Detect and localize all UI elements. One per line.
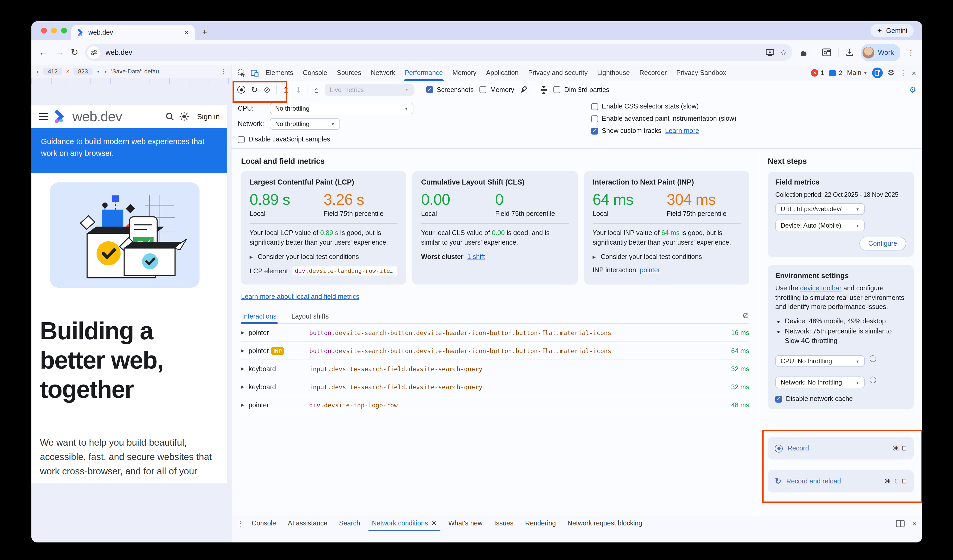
new-tab-button[interactable]: + <box>202 28 207 37</box>
profile-button[interactable]: Work <box>861 44 900 61</box>
save-profile-icon[interactable]: ↧ <box>295 86 302 94</box>
browser-tab[interactable]: web.dev ✕ <box>71 25 195 40</box>
advanced-paint-checkbox[interactable]: Enable advanced paint instrumentation (s… <box>591 115 916 122</box>
clear-icon[interactable]: ⊘ <box>264 86 270 94</box>
site-brand[interactable]: web.dev <box>72 108 122 125</box>
configure-button[interactable]: Configure <box>859 237 906 251</box>
minimize-window-button[interactable] <box>51 28 57 34</box>
drawer-tab-rendering[interactable]: Rendering <box>519 515 562 531</box>
promo-banner[interactable]: Guidance to build modern web experiences… <box>31 128 227 173</box>
cpu-throttling-select[interactable]: No throttling ▼ <box>270 103 413 114</box>
devtools-tab-network[interactable]: Network <box>366 65 400 81</box>
devtools-tab-application[interactable]: Application <box>481 65 523 81</box>
save-data-status[interactable]: 'Save-Data': defau <box>111 68 159 74</box>
metrics-learn-more-link[interactable]: Learn more about local and field metrics <box>241 293 359 300</box>
dim-3rd-parties-checkbox[interactable]: Dim 3rd parties <box>554 86 610 93</box>
collect-garbage-icon[interactable] <box>520 86 528 94</box>
interaction-row[interactable]: ▶ pointer div.devsite-top-logo-row 48 ms <box>241 396 749 414</box>
drawer-menu-icon[interactable]: ⋮ <box>237 519 244 527</box>
maximize-window-button[interactable] <box>61 28 67 34</box>
drawer-tab-issues[interactable]: Issues <box>488 515 519 531</box>
drawer-close-icon[interactable]: × <box>912 519 917 528</box>
drawer-tab-whats-new[interactable]: What's new <box>442 515 488 531</box>
disable-network-cache-checkbox[interactable]: ✓ Disable network cache <box>775 395 906 402</box>
bookmark-star-icon[interactable]: ☆ <box>780 48 787 57</box>
theme-toggle-icon[interactable] <box>179 112 189 121</box>
reload-button[interactable]: ↻ <box>71 47 79 58</box>
sign-in-button[interactable]: Sign in <box>197 112 220 121</box>
device-toolbar-toggle-icon[interactable] <box>248 69 261 77</box>
lcp-consider-expander[interactable]: ▶Consider your local test conditions <box>250 253 398 261</box>
interaction-row[interactable]: ▶ keyboard input.devsite-search-field.de… <box>241 360 749 378</box>
inp-consider-expander[interactable]: ▶Consider your local test conditions <box>593 253 741 261</box>
memory-checkbox[interactable]: Memory <box>480 86 514 93</box>
devtools-tab-recorder[interactable]: Recorder <box>635 65 672 81</box>
tab-layout-shifts[interactable]: Layout shifts <box>290 309 330 323</box>
throttle-select-caret-icon[interactable]: ▼ <box>104 70 107 73</box>
gemini-button[interactable]: ✦ Gemini <box>871 24 914 37</box>
side-panel-search-icon[interactable] <box>822 48 831 56</box>
device-select-caret-icon[interactable]: ▼ <box>36 70 39 73</box>
devtools-tab-lighthouse[interactable]: Lighthouse <box>593 65 635 81</box>
learn-more-link[interactable]: Learn more <box>665 127 699 135</box>
install-icon[interactable] <box>766 48 775 57</box>
device-mode-badge-icon[interactable] <box>872 68 883 78</box>
record-and-reload-button[interactable]: ↻ Record and reload ⌘ ⇧ E <box>768 470 914 492</box>
record-button[interactable]: Record ⌘ E <box>768 437 914 459</box>
load-profile-icon[interactable]: ↥ <box>282 86 289 94</box>
devtools-tab-sources[interactable]: Sources <box>332 65 366 81</box>
site-settings-icon[interactable] <box>87 46 100 59</box>
devtools-settings-icon[interactable]: ⚙ <box>888 68 895 77</box>
drawer-tab-search[interactable]: Search <box>333 515 366 531</box>
worst-cluster-link[interactable]: 1 shift <box>467 253 485 261</box>
downloads-icon[interactable] <box>846 48 854 57</box>
css-selector-stats-checkbox[interactable]: Enable CSS selector stats (slow) <box>591 103 916 110</box>
browser-menu-icon[interactable]: ⋮ <box>907 48 915 57</box>
info-icon[interactable]: ⓘ <box>869 354 876 364</box>
clear-interactions-icon[interactable]: ⊘ <box>743 311 749 322</box>
disable-js-samples-checkbox[interactable]: Disable JavaScript samples <box>238 136 591 143</box>
close-window-button[interactable] <box>41 28 47 34</box>
expand-triangle-icon[interactable]: ▶ <box>241 367 244 371</box>
sidebar-network-select[interactable]: Network: No throttling▼ <box>775 376 865 388</box>
device-toolbar-link[interactable]: device toolbar <box>800 285 841 292</box>
devtools-tab-privacy-security[interactable]: Privacy and security <box>523 65 593 81</box>
inp-interaction-link[interactable]: pointer <box>640 266 660 274</box>
network-throttling-select[interactable]: No throttling ▼ <box>270 118 340 130</box>
devtools-tab-performance[interactable]: Performance <box>400 65 447 81</box>
expand-triangle-icon[interactable]: ▶ <box>241 402 244 407</box>
expand-triangle-icon[interactable]: ▶ <box>241 385 244 389</box>
screenshots-checkbox[interactable]: ✓ Screenshots <box>426 86 474 93</box>
search-icon[interactable] <box>166 112 175 121</box>
devtools-tab-console[interactable]: Console <box>298 65 332 81</box>
address-bar[interactable]: web.dev ☆ <box>85 44 792 60</box>
device-width-input[interactable]: 412 <box>43 68 62 75</box>
split-panel-icon[interactable] <box>896 520 905 527</box>
devtools-tab-memory[interactable]: Memory <box>448 65 481 81</box>
webdev-logo-icon[interactable] <box>53 110 67 124</box>
devtools-tab-elements[interactable]: Elements <box>261 65 298 81</box>
drawer-tab-network-request-blocking[interactable]: Network request blocking <box>562 515 648 531</box>
hamburger-menu-icon[interactable] <box>39 113 48 120</box>
devtools-close-icon[interactable]: × <box>911 68 916 77</box>
tab-close-icon[interactable]: ✕ <box>183 28 189 36</box>
context-selector[interactable]: Main ▼ <box>847 69 867 77</box>
inspect-element-icon[interactable] <box>235 69 248 77</box>
custom-tracks-checkbox[interactable]: ✓ Show custom tracks Learn more <box>591 127 916 135</box>
home-icon[interactable]: ⌂ <box>314 86 319 93</box>
window-controls[interactable] <box>41 28 67 34</box>
issues-badge[interactable]: 2 <box>829 69 842 77</box>
expand-triangle-icon[interactable]: ▶ <box>241 330 244 335</box>
device-height-input[interactable]: 823 <box>73 68 93 75</box>
record-icon[interactable] <box>237 86 245 94</box>
forward-button[interactable]: → <box>55 47 64 58</box>
device-toolbar-menu-icon[interactable]: ⋮ <box>221 68 227 75</box>
interaction-row[interactable]: ▶ keyboard input.devsite-search-field.de… <box>241 378 749 396</box>
drawer-tab-console[interactable]: Console <box>246 515 282 531</box>
drawer-tab-ai-assistance[interactable]: AI assistance <box>282 515 334 531</box>
tab-interactions[interactable]: Interactions <box>241 309 278 323</box>
interaction-row[interactable]: ▶ pointerINP button.devsite-search-butto… <box>241 342 749 360</box>
extensions-icon[interactable] <box>799 48 808 57</box>
devtools-menu-icon[interactable]: ⋮ <box>899 69 907 77</box>
devtools-tab-privacy-sandbox[interactable]: Privacy Sandbox <box>672 65 731 81</box>
